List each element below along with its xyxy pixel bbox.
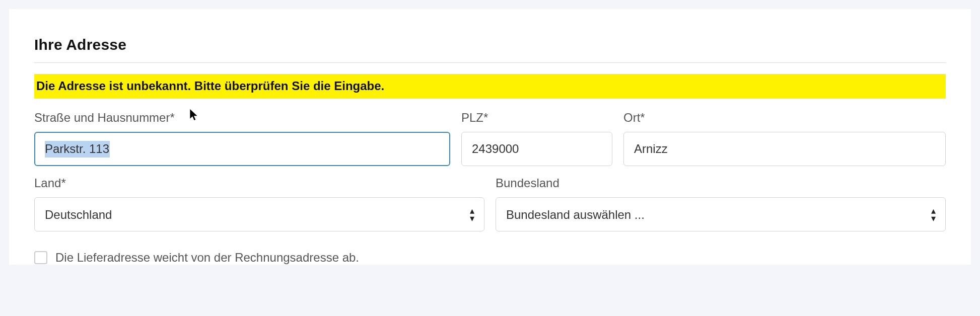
ort-label: Ort* <box>623 111 946 125</box>
land-label: Land* <box>34 176 484 190</box>
land-field: Land* Deutschland <box>34 176 484 231</box>
street-input[interactable]: Parkstr. 113 <box>34 132 450 166</box>
street-input-selection: Parkstr. 113 <box>45 141 110 157</box>
divider <box>34 62 946 63</box>
ort-input[interactable] <box>623 132 946 166</box>
ort-field: Ort* <box>623 111 946 166</box>
plz-label: PLZ* <box>461 111 612 125</box>
land-select[interactable]: Deutschland <box>34 197 484 231</box>
shipping-differs-checkbox[interactable] <box>34 251 47 264</box>
bundesland-field: Bundesland Bundesland auswählen ... <box>496 176 946 231</box>
plz-field: PLZ* <box>461 111 612 166</box>
street-label: Straße und Hausnummer* <box>34 111 450 125</box>
section-title: Ihre Adresse <box>34 36 946 53</box>
shipping-differs-label: Die Lieferadresse weicht von der Rechnun… <box>55 251 359 265</box>
plz-input[interactable] <box>461 132 612 166</box>
bundesland-select[interactable]: Bundesland auswählen ... <box>496 197 946 231</box>
shipping-differs-row: Die Lieferadresse weicht von der Rechnun… <box>34 251 946 265</box>
address-row-2: Land* Deutschland Bundesland Bundesland … <box>34 176 946 231</box>
address-card: Ihre Adresse Die Adresse ist unbekannt. … <box>9 9 971 265</box>
street-field: Straße und Hausnummer* Parkstr. 113 <box>34 111 450 166</box>
bundesland-label: Bundesland <box>496 176 946 190</box>
address-row-1: Straße und Hausnummer* Parkstr. 113 PLZ*… <box>34 111 946 166</box>
address-unknown-alert: Die Adresse ist unbekannt. Bitte überprü… <box>34 74 946 99</box>
